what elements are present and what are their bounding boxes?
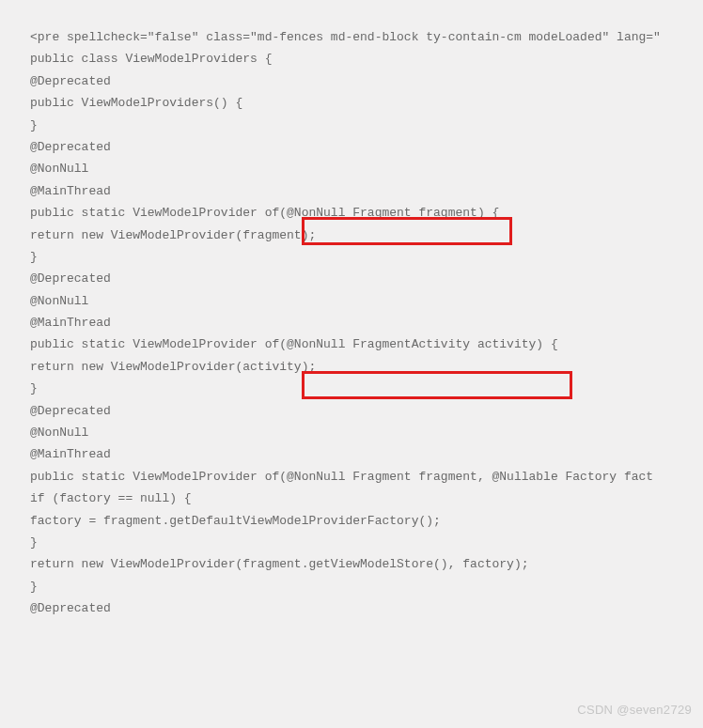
code-line: }: [30, 246, 673, 268]
code-line: @Deprecated: [30, 268, 673, 289]
code-line: public class ViewModelProviders {: [30, 48, 673, 70]
code-line: factory = fragment.getDefaultViewModelPr…: [30, 510, 673, 532]
code-line: @Deprecated: [30, 597, 673, 619]
code-line: }: [30, 532, 673, 553]
code-line: }: [30, 115, 673, 136]
code-line: <pre spellcheck="false" class="md-fences…: [30, 26, 673, 48]
code-line: @NonNull: [30, 422, 673, 443]
code-line: @NonNull: [30, 290, 673, 312]
code-line: @Deprecated: [30, 136, 673, 158]
code-line: return new ViewModelProvider(activity);: [30, 356, 673, 378]
code-line: return new ViewModelProvider(fragment);: [30, 225, 673, 246]
code-line: return new ViewModelProvider(fragment.ge…: [30, 553, 673, 575]
code-line: @Deprecated: [30, 70, 673, 92]
code-line: public static ViewModelProvider of(@NonN…: [30, 202, 673, 224]
code-line: @MainThread: [30, 443, 673, 465]
code-line: @MainThread: [30, 312, 673, 333]
code-line: if (factory == null) {: [30, 488, 673, 509]
code-line: }: [30, 378, 673, 399]
watermark: CSDN @seven2729: [577, 699, 692, 720]
code-line: }: [30, 576, 673, 597]
code-block: <pre spellcheck="false" class="md-fences…: [30, 26, 673, 620]
code-line: public static ViewModelProvider of(@NonN…: [30, 333, 673, 355]
code-line: @NonNull: [30, 158, 673, 179]
code-line: public ViewModelProviders() {: [30, 92, 673, 114]
code-line: @Deprecated: [30, 400, 673, 422]
code-line: public static ViewModelProvider of(@NonN…: [30, 466, 673, 488]
code-line: @MainThread: [30, 180, 673, 202]
